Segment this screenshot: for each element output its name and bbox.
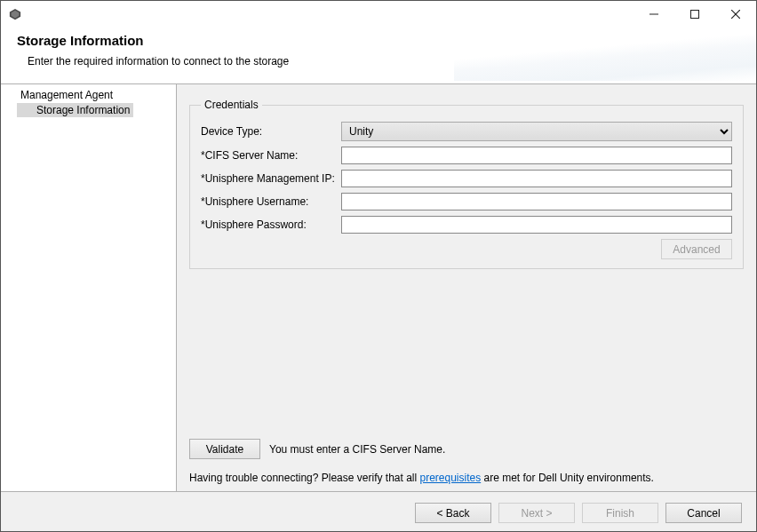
cancel-button[interactable]: Cancel xyxy=(665,503,742,523)
page-title: Storage Information xyxy=(17,33,740,48)
row-unisphere-password: *Unisphere Password: xyxy=(201,216,732,234)
unisphere-password-label: *Unisphere Password: xyxy=(201,218,341,231)
finish-button[interactable]: Finish xyxy=(582,503,658,523)
wizard-body: Management Agent Storage Information Cre… xyxy=(1,83,756,491)
maximize-button[interactable] xyxy=(674,1,715,28)
sidebar-item-storage-information[interactable]: Storage Information xyxy=(1,103,176,117)
next-button[interactable]: Next > xyxy=(498,503,575,523)
page-subtitle: Enter the required information to connec… xyxy=(17,55,740,67)
validate-message: You must enter a CIFS Server Name. xyxy=(269,443,445,456)
help-line: Having trouble connecting? Please verify… xyxy=(189,472,744,484)
credentials-legend: Credentials xyxy=(201,99,262,111)
sidebar-item-management-agent[interactable]: Management Agent xyxy=(1,87,176,103)
row-unisphere-management-ip: *Unisphere Management IP: xyxy=(201,170,732,187)
validate-row: Validate You must enter a CIFS Server Na… xyxy=(189,439,744,459)
unisphere-username-label: *Unisphere Username: xyxy=(201,195,341,208)
prerequisites-link[interactable]: prerequisites xyxy=(419,472,481,484)
svg-rect-3 xyxy=(691,11,699,19)
validate-button[interactable]: Validate xyxy=(189,439,260,459)
cifs-server-name-label: *CIFS Server Name: xyxy=(201,149,341,162)
back-button[interactable]: < Back xyxy=(415,503,491,523)
wizard-footer: < Back Next > Finish Cancel xyxy=(1,491,756,532)
help-suffix: are met for Dell Unity environments. xyxy=(481,472,654,484)
sidebar-item-label: Storage Information xyxy=(17,103,133,117)
wizard-header: Storage Information Enter the required i… xyxy=(1,28,756,83)
unisphere-password-input[interactable] xyxy=(341,216,732,234)
sidebar-item-label: Management Agent xyxy=(20,89,113,101)
unisphere-management-ip-input[interactable] xyxy=(341,170,732,187)
close-button[interactable] xyxy=(715,1,756,28)
titlebar xyxy=(1,1,756,28)
content-bottom: Validate You must enter a CIFS Server Na… xyxy=(189,439,744,491)
row-cifs-server-name: *CIFS Server Name: xyxy=(201,147,732,164)
minimize-button[interactable] xyxy=(633,1,674,28)
advanced-button[interactable]: Advanced xyxy=(661,239,732,259)
window-controls xyxy=(633,1,756,28)
wizard-content: Credentials Device Type: Unity *CIFS Ser… xyxy=(177,84,756,491)
row-unisphere-username: *Unisphere Username: xyxy=(201,193,732,210)
unisphere-username-input[interactable] xyxy=(341,193,732,210)
unisphere-management-ip-label: *Unisphere Management IP: xyxy=(201,172,341,185)
device-type-select[interactable]: Unity xyxy=(341,122,732,141)
device-type-label: Device Type: xyxy=(201,125,341,138)
cifs-server-name-input[interactable] xyxy=(341,147,732,164)
wizard-steps-sidebar: Management Agent Storage Information xyxy=(1,84,177,491)
app-icon xyxy=(8,7,22,21)
credentials-group: Credentials Device Type: Unity *CIFS Ser… xyxy=(189,99,744,269)
help-prefix: Having trouble connecting? Please verify… xyxy=(189,472,419,484)
row-device-type: Device Type: Unity xyxy=(201,122,732,141)
